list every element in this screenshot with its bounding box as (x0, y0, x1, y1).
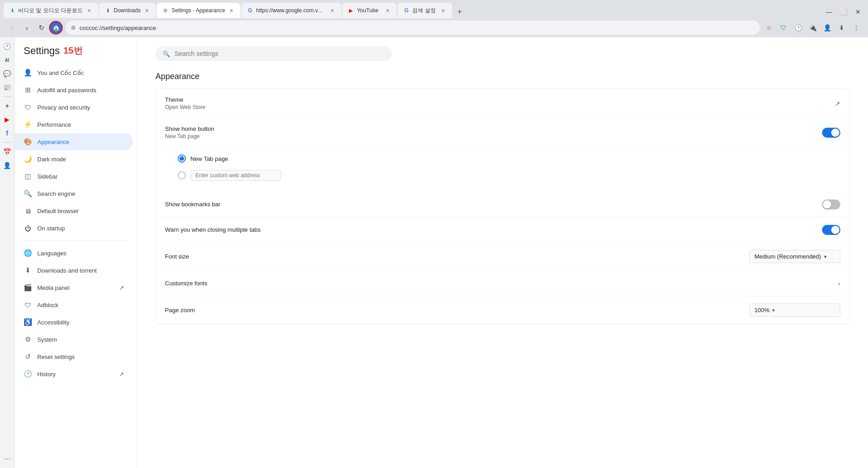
tab-search-close[interactable]: ✕ (439, 7, 447, 14)
nav-performance[interactable]: ⚡ Performance (15, 116, 133, 133)
minimize-button[interactable]: — (823, 5, 835, 18)
search-bar[interactable]: 🔍 (155, 46, 392, 61)
refresh-button[interactable]: ↻ (35, 21, 48, 35)
nav-sidebar-icon: ◫ (24, 172, 32, 180)
nav-media-panel[interactable]: 🎬 Media panel ↗ (15, 279, 133, 296)
nav-on-startup-label: On startup (37, 225, 65, 232)
nav-media-panel-icon: 🎬 (24, 284, 32, 292)
tab-settings-close[interactable]: ✕ (228, 7, 235, 14)
font-size-select[interactable]: Medium (Recommended) ▾ (749, 250, 840, 263)
search-icon: 🔍 (163, 50, 170, 57)
tab-settings-title: Settings - Appearance (171, 7, 225, 14)
nav-media-panel-label: Media panel (37, 284, 70, 291)
menu-btn[interactable]: ⋮ (850, 21, 863, 34)
custom-url-input[interactable] (190, 170, 281, 181)
nav-history[interactable]: 🕐 History ↗ (15, 365, 133, 383)
theme-external-link-icon[interactable]: ↗ (835, 100, 840, 107)
page-zoom-row: Page zoom 100% ▾ (156, 296, 849, 324)
strip-history[interactable]: 🕐 (2, 41, 13, 52)
warn-closing-toggle[interactable] (822, 225, 840, 235)
nav-search-engine-label: Search engine (37, 190, 75, 197)
radio-custom-circle[interactable] (178, 171, 186, 179)
bookmarks-bar-row: Show bookmarks bar (156, 192, 849, 217)
radio-custom[interactable] (178, 166, 840, 184)
download-btn[interactable]: ⬇ (835, 21, 848, 34)
nav-privacy[interactable]: 🛡 Privacy and security (15, 99, 133, 116)
nav-privacy-icon: 🛡 (24, 103, 32, 111)
radio-new-tab[interactable]: New Tab page (178, 151, 840, 166)
nav-appearance[interactable]: 🎨 Appearance (15, 133, 133, 150)
home-button-row: Show home button New Tab page (156, 118, 849, 147)
extension-btn[interactable]: 🔌 (806, 21, 819, 34)
nav-search-engine[interactable]: 🔍 Search engine (15, 185, 133, 202)
nav-system-icon: ⚙ (24, 335, 32, 344)
nav-adblock-icon: 🛡 (24, 301, 32, 309)
nav-you-coccoc[interactable]: 👤 You and Cốc Cốc (15, 64, 133, 81)
bookmarks-bar-toggle[interactable] (822, 199, 840, 209)
address-bar: ‹ › ↻ 🏠 ⚙ coccoc://settings/appearance ☆… (0, 18, 868, 37)
strip-facebook[interactable]: f (2, 128, 13, 139)
back-button[interactable]: ‹ (5, 21, 19, 35)
tab-video-close[interactable]: ✕ (85, 7, 93, 14)
forward-button[interactable]: › (20, 21, 34, 35)
history-btn[interactable]: 🕐 (792, 21, 804, 34)
nav-reset-label: Reset settings (37, 353, 75, 360)
tab-youtube[interactable]: ▶ YouTube ✕ (342, 3, 397, 18)
strip-avatar[interactable]: 👤 (2, 160, 13, 171)
tab-google[interactable]: G https://www.google.com.vn/sea... ✕ (241, 3, 341, 18)
search-input[interactable] (175, 50, 384, 57)
nav-autofill[interactable]: ⊞ Autofill and passwords (15, 81, 133, 99)
nav-performance-icon: ⚡ (24, 120, 32, 129)
url-lock-icon: ⚙ (71, 25, 76, 31)
strip-calendar[interactable]: 📅 (2, 146, 13, 157)
tab-downloads-close[interactable]: ✕ (143, 7, 150, 14)
address-bar-actions: ☆ 🛡 🕐 🔌 👤 ⬇ ⋮ (763, 21, 863, 34)
home-button[interactable]: 🏠 (49, 21, 63, 35)
tab-video-title: 비디오 및 오디오 다운로드 (18, 7, 83, 15)
strip-youtube[interactable]: ▶ (2, 114, 13, 125)
nav-adblock[interactable]: 🛡 Adblock (15, 296, 133, 314)
tab-bar: ⬇ 비디오 및 오디오 다운로드 ✕ ⬇ Downloads ✕ ⚙ Setti… (0, 0, 868, 18)
tab-google-close[interactable]: ✕ (329, 7, 336, 14)
nav-adblock-label: Adblock (37, 302, 58, 309)
tab-downloads[interactable]: ⬇ Downloads ✕ (99, 3, 156, 18)
nav-sidebar[interactable]: ◫ Sidebar (15, 168, 133, 185)
nav-reset-settings[interactable]: ↺ Reset settings (15, 348, 133, 365)
coccoc-shield[interactable]: 🛡 (777, 21, 790, 34)
warn-closing-toggle-knob (831, 226, 839, 234)
strip-messenger[interactable]: 💬 (2, 68, 13, 79)
account-btn[interactable]: 👤 (821, 21, 833, 34)
nav-system[interactable]: ⚙ System (15, 331, 133, 348)
strip-ai[interactable]: AI (2, 55, 13, 65)
strip-more[interactable]: ⋯ (2, 453, 13, 464)
close-button[interactable]: ✕ (852, 5, 864, 18)
nav-downloads[interactable]: ⬇ Downloads and torrent (15, 262, 133, 279)
customize-fonts-row[interactable]: Customize fonts › (156, 271, 849, 296)
url-bar[interactable]: ⚙ coccoc://settings/appearance (65, 20, 760, 35)
tab-search-settings[interactable]: G 검색 설정 ✕ (398, 3, 452, 18)
page-zoom-select[interactable]: 100% ▾ (749, 304, 840, 317)
radio-new-tab-circle[interactable] (178, 154, 186, 163)
home-button-info: Show home button New Tab page (165, 125, 822, 139)
strip-news[interactable]: 📰 (2, 82, 13, 93)
nav-languages[interactable]: 🌐 Languages (15, 244, 133, 262)
nav-on-startup[interactable]: ⏻ On startup (15, 219, 133, 237)
maximize-button[interactable]: ⬜ (837, 5, 850, 18)
tab-video-icon: ⬇ (9, 7, 15, 14)
tab-google-title: https://www.google.com.vn/sea... (256, 7, 326, 14)
tab-google-icon: G (247, 7, 253, 14)
nav-dark-mode[interactable]: 🌙 Dark mode (15, 150, 133, 168)
tab-settings[interactable]: ⚙ Settings - Appearance ✕ (157, 3, 240, 18)
page-zoom-label: Page zoom (165, 307, 749, 314)
tab-video[interactable]: ⬇ 비디오 및 오디오 다운로드 ✕ (4, 3, 98, 18)
tab-downloads-title: Downloads (114, 7, 140, 14)
bookmark-button[interactable]: ☆ (763, 21, 775, 34)
nav-default-browser[interactable]: 🖥 Default browser (15, 202, 133, 219)
new-tab-button[interactable]: + (453, 5, 466, 18)
nav-accessibility[interactable]: ♿ Accessibility (15, 314, 133, 331)
home-button-toggle[interactable] (822, 128, 840, 138)
strip-add[interactable]: + (2, 100, 13, 111)
font-size-info: Font size (165, 253, 749, 260)
customize-fonts-info: Customize fonts (165, 280, 838, 287)
tab-youtube-close[interactable]: ✕ (384, 7, 391, 14)
